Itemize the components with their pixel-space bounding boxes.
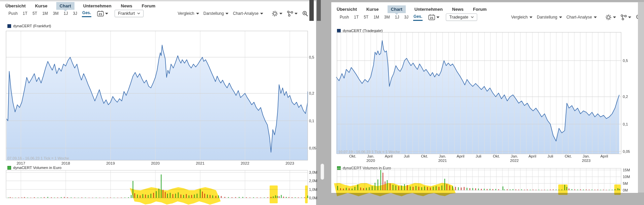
chart-analyse-menu[interactable]: Chart-Analyse bbox=[233, 11, 263, 16]
chevron-down-icon bbox=[594, 16, 597, 18]
period-ges[interactable]: Ges. bbox=[413, 13, 423, 21]
price-legend-swatch bbox=[337, 29, 341, 33]
chart-toolbar: Push 1T 5T 1M 3M 1J 3J Ges. 21 Tradegate… bbox=[339, 13, 638, 21]
indicators-button[interactable] bbox=[287, 10, 298, 17]
volume-legend-label: dynaCERT Volumen in Euro bbox=[343, 166, 391, 170]
nav-news[interactable]: News bbox=[120, 2, 133, 10]
vergleich-menu[interactable]: Vergleich bbox=[511, 15, 532, 20]
volume-legend: dynaCERT Volumen in Euro bbox=[337, 166, 391, 170]
market-select[interactable]: Frankfurt bbox=[115, 10, 144, 17]
indicators-icon bbox=[287, 10, 293, 17]
chart-analyse-menu[interactable]: Chart-Analyse bbox=[566, 15, 597, 20]
chevron-down-icon bbox=[105, 13, 108, 14]
nav-uebersicht[interactable]: Übersicht bbox=[336, 5, 358, 13]
nav-kurse[interactable]: Kurse bbox=[366, 5, 379, 13]
zoom-button[interactable] bbox=[636, 14, 638, 21]
indicators-button[interactable] bbox=[620, 14, 631, 21]
right-window-scroll-rail[interactable] bbox=[638, 2, 644, 193]
nav-chart[interactable]: Chart bbox=[388, 5, 406, 13]
chevron-down-icon bbox=[196, 13, 199, 14]
chevron-down-icon bbox=[295, 13, 298, 14]
nav-news[interactable]: News bbox=[452, 5, 464, 13]
settings-button[interactable] bbox=[272, 10, 282, 17]
chevron-down-icon bbox=[559, 16, 562, 18]
svg-text:21: 21 bbox=[430, 16, 434, 20]
price-legend-label: dynaCERT (Tradegate) bbox=[343, 29, 383, 33]
nav-forum[interactable]: Forum bbox=[472, 5, 487, 13]
gear-icon bbox=[605, 14, 612, 21]
period-3m[interactable]: 3M bbox=[384, 14, 390, 20]
indicators-icon bbox=[620, 14, 627, 21]
period-1m[interactable]: 1M bbox=[373, 14, 379, 20]
period-1t[interactable]: 1T bbox=[22, 10, 28, 16]
chart-toolbar: Push 1T 5T 1M 3M 1J 3J Ges. 21 Frankfurt… bbox=[8, 10, 316, 17]
volume-legend-label: dynaCERT Volumen in Euro bbox=[13, 166, 61, 170]
window-tradegate: Übersicht Kurse Chart Unternehmen News F… bbox=[331, 2, 638, 193]
calendar-icon: 21 bbox=[428, 14, 435, 20]
calendar-button[interactable]: 21 bbox=[97, 10, 108, 16]
window-top-strip bbox=[0, 0, 316, 1]
window-frankfurt: Übersicht Kurse Chart Unternehmen News F… bbox=[0, 0, 316, 205]
chevron-down-icon bbox=[471, 16, 474, 18]
calendar-button[interactable]: 21 bbox=[428, 14, 439, 20]
period-1j[interactable]: 1J bbox=[395, 14, 400, 20]
scrollbar-thumb[interactable] bbox=[320, 164, 324, 180]
nav-kurse[interactable]: Kurse bbox=[34, 2, 48, 10]
chevron-down-icon bbox=[529, 16, 532, 18]
vergleich-menu[interactable]: Vergleich bbox=[178, 11, 199, 16]
darstellung-menu[interactable]: Darstellung bbox=[537, 15, 562, 20]
push-button[interactable]: Push bbox=[339, 14, 349, 20]
chevron-down-icon bbox=[613, 16, 616, 18]
nav-unternehmen[interactable]: Unternehmen bbox=[414, 5, 443, 13]
market-select[interactable]: Tradegate bbox=[446, 13, 477, 21]
period-ges[interactable]: Ges. bbox=[82, 10, 91, 17]
chevron-down-icon bbox=[225, 13, 228, 14]
calendar-icon: 21 bbox=[97, 10, 104, 16]
period-1t[interactable]: 1T bbox=[354, 14, 359, 20]
chevron-down-icon bbox=[628, 16, 631, 18]
volume-legend: dynaCERT Volumen in Euro bbox=[7, 166, 61, 170]
price-legend-label: dynaCERT (Frankfurt) bbox=[13, 24, 51, 28]
zoom-plus-icon bbox=[302, 10, 308, 17]
settings-button[interactable] bbox=[605, 14, 616, 21]
main-nav: Übersicht Kurse Chart Unternehmen News F… bbox=[336, 5, 487, 13]
volume-legend-swatch bbox=[337, 166, 341, 170]
svg-text:21: 21 bbox=[99, 12, 102, 16]
nav-chart[interactable]: Chart bbox=[56, 2, 74, 10]
main-nav: Übersicht Kurse Chart Unternehmen News F… bbox=[5, 2, 156, 10]
chevron-down-icon bbox=[279, 13, 282, 14]
period-3m[interactable]: 3M bbox=[53, 10, 59, 16]
nav-uebersicht[interactable]: Übersicht bbox=[5, 2, 26, 10]
price-legend: dynaCERT (Tradegate) bbox=[337, 29, 383, 33]
chevron-down-icon bbox=[260, 13, 263, 14]
period-5t[interactable]: 5T bbox=[32, 10, 37, 16]
left-window-scrollbar[interactable] bbox=[309, 0, 314, 21]
period-3j[interactable]: 3J bbox=[404, 14, 409, 20]
period-1m[interactable]: 1M bbox=[42, 10, 48, 16]
market-select-value: Tradegate bbox=[449, 15, 468, 20]
chevron-down-icon bbox=[436, 16, 439, 18]
zoom-plus-icon bbox=[636, 14, 638, 21]
period-3j[interactable]: 3J bbox=[72, 10, 78, 16]
desktop: Übersicht Kurse Chart Unternehmen News F… bbox=[0, 0, 644, 205]
market-select-value: Frankfurt bbox=[118, 11, 135, 16]
period-5t[interactable]: 5T bbox=[363, 14, 369, 20]
period-1j[interactable]: 1J bbox=[63, 10, 68, 16]
price-legend: dynaCERT (Frankfurt) bbox=[7, 24, 51, 28]
nav-forum[interactable]: Forum bbox=[141, 2, 156, 10]
darstellung-menu[interactable]: Darstellung bbox=[204, 11, 229, 16]
push-button[interactable]: Push bbox=[8, 10, 18, 16]
window-divider bbox=[317, 0, 321, 21]
volume-legend-swatch bbox=[7, 166, 11, 170]
nav-unternehmen[interactable]: Unternehmen bbox=[83, 2, 112, 10]
gear-icon bbox=[272, 10, 278, 17]
chevron-down-icon bbox=[137, 12, 140, 14]
price-legend-swatch bbox=[7, 24, 11, 28]
